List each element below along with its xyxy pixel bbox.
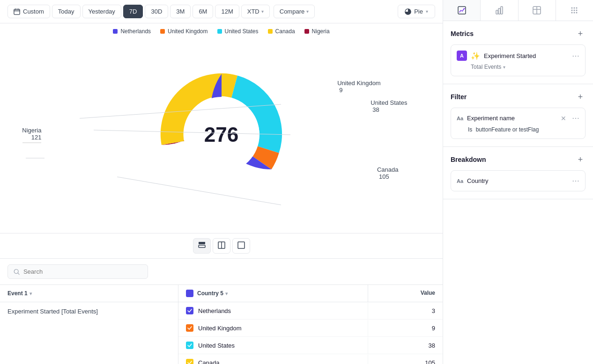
legend-dot-nigeria bbox=[304, 29, 309, 34]
country-name-netherlands: Netherlands bbox=[198, 307, 231, 314]
legend-label-netherlands: Netherlands bbox=[120, 28, 151, 35]
search-box[interactable] bbox=[7, 264, 148, 279]
full-table-icon bbox=[198, 241, 206, 249]
checkbox-netherlands[interactable] bbox=[186, 307, 193, 314]
legend-label-us: United States bbox=[225, 28, 259, 35]
add-filter-button[interactable]: + bbox=[575, 92, 586, 102]
6m-button[interactable]: 6M bbox=[193, 5, 213, 18]
value-uk: 9 bbox=[368, 320, 443, 336]
compare-button[interactable]: Compare ▾ bbox=[274, 5, 315, 18]
value-us: 38 bbox=[368, 337, 443, 354]
calendar-icon bbox=[14, 8, 20, 15]
svg-point-21 bbox=[574, 7, 575, 9]
filter-more-button[interactable]: ⋯ bbox=[572, 114, 579, 123]
view-toggle-compact[interactable] bbox=[232, 238, 250, 254]
split-view-icon bbox=[218, 241, 225, 249]
xtd-button[interactable]: XTD ▾ bbox=[241, 5, 270, 18]
svg-rect-0 bbox=[14, 9, 20, 14]
search-input[interactable] bbox=[23, 268, 142, 275]
12m-button[interactable]: 12M bbox=[215, 5, 239, 18]
svg-point-25 bbox=[576, 10, 578, 11]
us-label: United States 38 bbox=[371, 99, 407, 113]
search-row bbox=[0, 259, 443, 285]
metric-sub[interactable]: Total Events ▾ bbox=[457, 64, 579, 70]
pie-icon bbox=[405, 8, 411, 15]
custom-button[interactable]: Custom bbox=[7, 5, 50, 18]
view-toggle-split[interactable] bbox=[213, 238, 230, 254]
country-sort-icon: ▾ bbox=[225, 291, 228, 296]
legend-label-uk: United Kingdom bbox=[168, 28, 208, 35]
country-column-header[interactable]: Country 5 ▾ bbox=[178, 285, 368, 302]
metric-item: A ✨ Experiment Started ⋯ Total Events ▾ bbox=[451, 44, 586, 76]
filter-condition: Is buttonFeature or testFlag bbox=[457, 126, 579, 133]
svg-point-27 bbox=[574, 12, 575, 14]
country-row-uk: United Kingdom 9 bbox=[178, 319, 443, 336]
filter-section: Filter + Aa Experiment name ✕ ⋯ Is butto… bbox=[443, 84, 593, 147]
breakdown-more-button[interactable]: ⋯ bbox=[572, 176, 579, 185]
bar-icon bbox=[495, 6, 504, 15]
trend-icon bbox=[457, 6, 467, 15]
svg-line-12 bbox=[18, 273, 19, 274]
svg-rect-7 bbox=[199, 245, 205, 248]
trend-chart-button[interactable] bbox=[443, 0, 481, 21]
legend-label-nigeria: Nigeria bbox=[312, 28, 330, 35]
country-row-netherlands: Netherlands 3 bbox=[178, 302, 443, 319]
metric-more-button[interactable]: ⋯ bbox=[572, 51, 579, 60]
svg-rect-13 bbox=[458, 7, 466, 14]
checkbox-canada[interactable] bbox=[186, 359, 193, 364]
grid-icon bbox=[570, 6, 579, 15]
checkbox-uk[interactable] bbox=[186, 324, 193, 332]
breakdown-item: Aa Country ⋯ bbox=[451, 170, 586, 191]
toolbar: Custom Today Yesterday 7D 30D 3M 6M 12M … bbox=[0, 0, 443, 23]
value-column-header: Value bbox=[368, 285, 443, 302]
legend-label-canada: Canada bbox=[275, 28, 295, 35]
table-view-button[interactable] bbox=[519, 0, 556, 21]
event-column-header[interactable]: Event 1 ▾ bbox=[0, 285, 178, 302]
30d-button[interactable]: 30D bbox=[145, 5, 168, 18]
pie-chevron: ▾ bbox=[426, 9, 428, 14]
check-icon bbox=[187, 309, 192, 313]
checkbox-us[interactable] bbox=[186, 342, 193, 349]
legend-dot-canada bbox=[268, 29, 273, 34]
add-breakdown-button[interactable]: + bbox=[575, 154, 586, 165]
view-toggle-full[interactable] bbox=[193, 238, 211, 254]
breakdown-section: Breakdown + Aa Country ⋯ bbox=[443, 147, 593, 199]
svg-point-28 bbox=[576, 12, 578, 14]
donut-hole bbox=[184, 97, 259, 173]
check-icon bbox=[187, 326, 192, 330]
3m-button[interactable]: 3M bbox=[170, 5, 191, 18]
breakdown-title: Breakdown bbox=[451, 156, 486, 163]
event-cell: Experiment Started [Total Events] bbox=[0, 302, 178, 364]
svg-rect-16 bbox=[501, 7, 503, 14]
filter-title: Filter bbox=[451, 93, 467, 101]
bar-chart-button[interactable] bbox=[481, 0, 518, 21]
legend-us: United States bbox=[217, 28, 259, 35]
metrics-header: Metrics + bbox=[451, 29, 586, 39]
today-button[interactable]: Today bbox=[52, 5, 81, 18]
legend-uk: United Kingdom bbox=[160, 28, 208, 35]
filter-item: Aa Experiment name ✕ ⋯ Is buttonFeature … bbox=[451, 108, 586, 139]
yesterday-button[interactable]: Yesterday bbox=[82, 5, 121, 18]
metrics-title: Metrics bbox=[451, 30, 474, 37]
filter-close-button[interactable]: ✕ bbox=[561, 115, 566, 122]
country-row-canada: Canada 105 bbox=[178, 354, 443, 364]
7d-button[interactable]: 7D bbox=[123, 5, 143, 18]
table-icon bbox=[532, 6, 541, 15]
svg-rect-14 bbox=[496, 10, 498, 14]
breakdown-name: Country bbox=[467, 177, 568, 184]
legend-dot-uk bbox=[160, 29, 165, 34]
add-metric-button[interactable]: + bbox=[575, 29, 586, 39]
legend-dot-us bbox=[217, 29, 222, 34]
grid-view-button[interactable] bbox=[556, 0, 593, 21]
svg-point-23 bbox=[571, 10, 573, 11]
event-sort-icon: ▾ bbox=[30, 291, 32, 296]
sparkle-icon: ✨ bbox=[471, 51, 480, 60]
metrics-section: Metrics + A ✨ Experiment Started ⋯ Total… bbox=[443, 21, 593, 84]
svg-point-20 bbox=[571, 7, 573, 9]
svg-point-24 bbox=[574, 10, 575, 11]
legend-canada: Canada bbox=[268, 28, 295, 35]
pie-button[interactable]: Pie ▾ bbox=[398, 5, 435, 18]
legend-nigeria: Nigeria bbox=[304, 28, 330, 35]
chart-area: Nigeria 121 bbox=[0, 36, 443, 233]
countries-cell: Netherlands 3 United Kingdom 9 bbox=[178, 302, 443, 364]
